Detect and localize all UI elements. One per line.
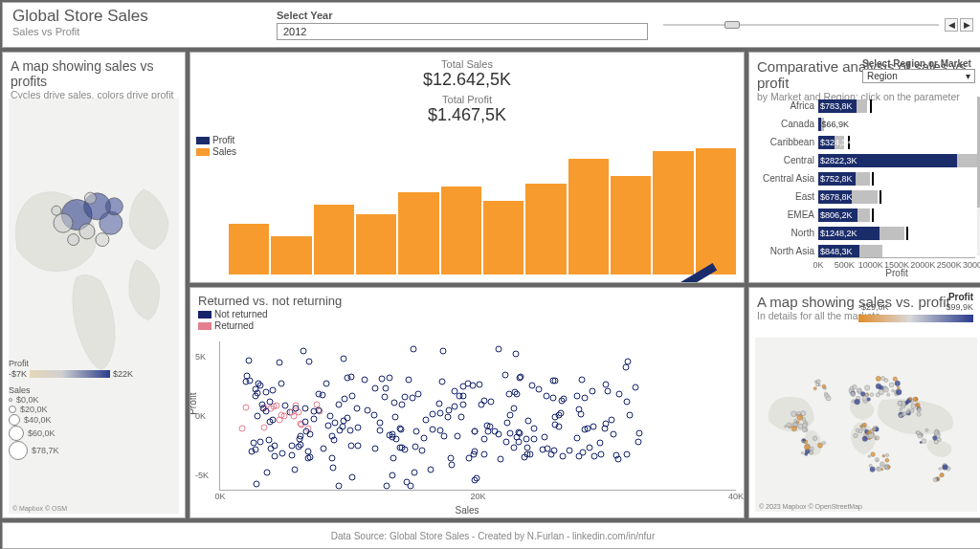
scatter-point xyxy=(252,392,258,399)
scatter-point xyxy=(597,439,604,446)
svg-point-33 xyxy=(801,451,803,453)
year-slider-thumb[interactable] xyxy=(724,21,740,29)
right-profit-low: -$7K xyxy=(9,369,27,379)
monthly-bar xyxy=(653,151,693,274)
scatter-point xyxy=(497,456,503,463)
scatter-point xyxy=(281,403,288,409)
scatter-point xyxy=(342,396,348,403)
year-param-input[interactable]: 2012 xyxy=(277,23,648,40)
right-map-panel: A map showing sales vs profits Cycles dr… xyxy=(2,52,186,518)
comparative-row[interactable]: Central$2822,3K xyxy=(818,151,975,169)
scatter-point xyxy=(439,379,446,385)
scatter-point xyxy=(460,383,467,389)
scatter-point xyxy=(623,451,630,458)
monthly-bar xyxy=(441,187,481,274)
scatter-point xyxy=(349,392,356,399)
scatter-point xyxy=(429,426,435,432)
scatter-point xyxy=(480,451,487,458)
scatter-point xyxy=(480,397,487,404)
scatter-point xyxy=(390,472,396,479)
svg-point-92 xyxy=(882,454,885,457)
svg-point-172 xyxy=(889,383,894,387)
scatter-point xyxy=(624,399,631,406)
comparative-row[interactable]: Canada$66,9K xyxy=(818,115,975,133)
scatter-point xyxy=(581,427,588,433)
svg-point-188 xyxy=(896,389,902,395)
scatter-point xyxy=(410,345,416,352)
svg-point-100 xyxy=(871,452,876,457)
slider-next-button[interactable]: ▶ xyxy=(960,18,973,32)
svg-point-180 xyxy=(893,377,898,382)
comparative-row[interactable]: North$1248,2K xyxy=(818,224,975,242)
svg-point-159 xyxy=(940,473,944,477)
scatter-point xyxy=(543,392,549,399)
svg-point-161 xyxy=(813,387,816,390)
scatter-point xyxy=(633,384,639,391)
comparative-row[interactable]: Central Asia$752,8K xyxy=(818,169,975,187)
svg-point-4 xyxy=(79,224,95,239)
comparative-row-label: Caribbean xyxy=(755,137,814,147)
svg-point-134 xyxy=(906,410,910,414)
scatter-point xyxy=(457,414,464,421)
scatter-point xyxy=(251,439,257,446)
svg-point-75 xyxy=(875,436,879,440)
scatter-point xyxy=(354,405,361,411)
scatter-point xyxy=(429,411,435,418)
scatter-point xyxy=(590,387,596,394)
year-slider[interactable] xyxy=(663,19,939,31)
svg-point-169 xyxy=(815,383,818,385)
scatter-point xyxy=(510,444,517,450)
comparative-row-label: East xyxy=(755,191,814,202)
dashboard-footer: Data Source: Global Store Sales - Create… xyxy=(2,522,980,549)
scatter-point xyxy=(257,439,264,446)
scatter-point xyxy=(323,381,330,387)
svg-point-44 xyxy=(804,445,810,450)
comparative-row[interactable]: Caribbean$324,3K xyxy=(818,133,975,151)
svg-point-186 xyxy=(883,387,888,392)
svg-point-105 xyxy=(887,466,890,469)
svg-point-158 xyxy=(933,477,938,482)
scatter-point xyxy=(559,452,566,459)
svg-point-146 xyxy=(925,428,928,431)
scatter-point xyxy=(256,382,263,388)
scatter-title: Returned vs. not returning xyxy=(198,294,736,308)
right-profit-legend-label: Profit xyxy=(9,359,133,368)
scatter-point xyxy=(266,399,273,406)
scatter-point xyxy=(487,398,494,405)
svg-point-179 xyxy=(880,376,884,380)
scatter-point xyxy=(376,427,383,433)
comparative-row[interactable]: Africa$783,8K xyxy=(818,97,975,115)
slider-prev-button[interactable]: ◀ xyxy=(945,18,958,32)
scatter-point xyxy=(336,482,343,489)
svg-point-166 xyxy=(824,392,827,395)
world-map-canvas[interactable]: © 2023 Mapbox © OpenStreetMap xyxy=(755,338,977,512)
scatter-point xyxy=(635,439,642,446)
scatter-point xyxy=(506,390,513,397)
comparative-row[interactable]: EMEA$806,2K xyxy=(818,206,975,224)
svg-point-38 xyxy=(811,447,814,450)
total-profit-label: Total Profit xyxy=(198,94,736,105)
svg-point-99 xyxy=(868,455,870,457)
scatter-point xyxy=(243,378,250,384)
comparative-x-tick: 3000K xyxy=(963,260,980,270)
scatter-point xyxy=(551,421,558,428)
scatter-point xyxy=(298,432,304,439)
scatter-point xyxy=(635,429,642,436)
region-param-select[interactable]: Region ▾ xyxy=(862,69,975,83)
scatter-point xyxy=(515,439,522,446)
scatter-point xyxy=(449,462,456,469)
scatter-point xyxy=(292,466,299,472)
svg-point-178 xyxy=(887,393,890,396)
total-profit-value: $1.467,5K xyxy=(198,105,736,125)
svg-point-26 xyxy=(791,411,797,417)
comparative-row-label: Central Asia xyxy=(755,173,814,184)
scatter-point xyxy=(409,394,415,401)
monthly-bar-chart[interactable] xyxy=(229,148,736,274)
scatter-point xyxy=(448,455,455,462)
right-profit-gradient xyxy=(30,370,110,378)
scatter-point xyxy=(302,419,309,426)
svg-point-64 xyxy=(851,391,856,396)
scatter-chart[interactable]: 5K0K-5K0K20K40K xyxy=(219,341,736,491)
comparative-row[interactable]: East$678,8K xyxy=(818,187,975,206)
comparative-bar-chart[interactable]: Africa$783,8KCanada$66,9KCaribbean$324,3… xyxy=(818,97,975,255)
